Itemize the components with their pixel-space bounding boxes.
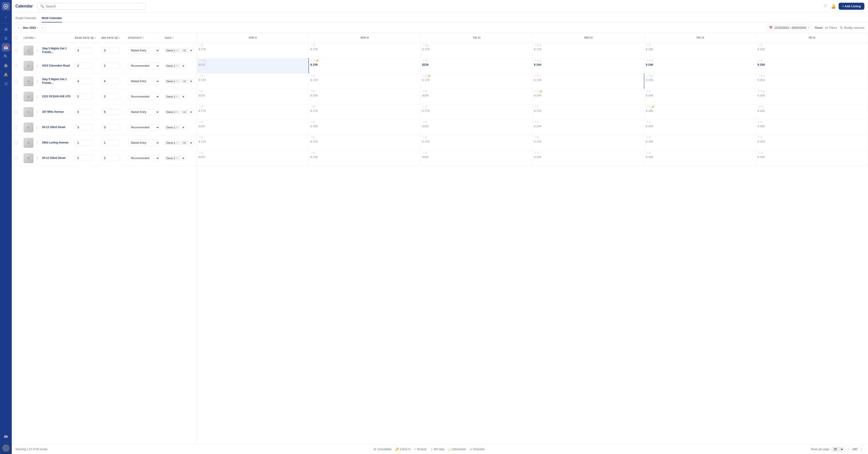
row-checkbox-8[interactable]	[14, 157, 18, 160]
cal-cell-row7-col5[interactable]: ☽ 7 $ 202	[756, 135, 868, 150]
cal-cell-row3-col2[interactable]: ☽ 7 🔑 $ 179	[421, 74, 532, 89]
filters-button[interactable]: ⊟ Filters	[825, 26, 837, 29]
min-rate-input-4[interactable]	[101, 93, 120, 100]
strategy-select-5[interactable]: Market EntryRecommended	[128, 109, 160, 115]
base-rate-input-6[interactable]	[75, 124, 93, 130]
date-range-picker[interactable]: 📅 12/22/2022 - 02/03/2023 ▾	[766, 25, 812, 31]
base-rate-input-2[interactable]	[75, 63, 93, 69]
strategy-select-7[interactable]: Market EntryRecommended	[128, 140, 160, 146]
cal-cell-row8-col4[interactable]: ☽ 7 $ 246	[645, 150, 756, 166]
search-bar[interactable]: 🔍	[37, 3, 146, 10]
base-rate-input-5[interactable]	[75, 109, 93, 115]
row-checkbox-1[interactable]	[14, 49, 18, 52]
cal-cell-row5-col1[interactable]: ☽ 7 $ 179	[309, 104, 421, 119]
tag-remove-6[interactable]: ✕	[176, 126, 178, 129]
row-checkbox-3[interactable]	[14, 80, 18, 83]
min-rate-input-2[interactable]	[101, 63, 120, 69]
base-rate-input-3[interactable]	[75, 78, 93, 84]
cal-cell-row1-col0[interactable]: ☽ 7 $ 179	[197, 43, 309, 58]
sidebar-collapse-icon[interactable]: ›	[2, 13, 10, 21]
next-month-button[interactable]: ›	[39, 24, 46, 31]
add-tag-button-4[interactable]: +	[181, 94, 186, 99]
cal-cell-row7-col3[interactable]: ☽ 7 $ 178	[532, 135, 645, 150]
add-tag-button-3[interactable]: +	[189, 79, 194, 84]
cal-cell-row5-col0[interactable]: ☽ 7 $ 179	[197, 104, 309, 119]
listing-name-7[interactable]: 2943 Lurting Avenue	[42, 141, 68, 145]
listing-name-5[interactable]: 167 Mills Avenue	[42, 110, 64, 114]
cal-cell-row4-col2[interactable]: ☽ 7 $226	[421, 89, 532, 104]
row-checkbox-7[interactable]	[14, 141, 18, 144]
cal-cell-row8-col2[interactable]: ☽ 7 $226	[421, 150, 532, 166]
col-header-tags[interactable]: TAGS ▾	[164, 36, 194, 39]
cal-cell-row6-col1[interactable]: ☽ 7 $ 236	[309, 120, 421, 135]
cal-cell-row7-col1[interactable]: ☽ 7 $ 179	[309, 135, 421, 150]
select-all-checkbox[interactable]	[14, 36, 18, 39]
nav-bell-icon[interactable]: 🔔	[2, 70, 10, 79]
notification-icon[interactable]: 🔔	[831, 4, 836, 9]
cal-cell-row7-col0[interactable]: ☽ 7 $ 179	[197, 135, 309, 150]
cal-cell-row7-col2[interactable]: ☽ 7 $ 179	[421, 135, 532, 150]
cal-cell-row1-col3[interactable]: ☽ 7 ◁ $ 178	[532, 43, 645, 58]
col-header-listing[interactable]: LISTING ▾	[24, 36, 73, 39]
dots-menu-1[interactable]: ⋮	[35, 48, 39, 53]
cal-cell-row7-col4[interactable]: ☽ 7 $ 195	[645, 135, 756, 150]
cal-cell-row2-col4[interactable]: ☽ 7 ◁ $ 246	[645, 58, 756, 73]
cal-cell-row6-col4[interactable]: ☽ 7 $ 246	[645, 120, 756, 135]
cal-cell-row4-col3[interactable]: ☽ 7 🔑 $ 244	[532, 89, 645, 104]
cal-cell-row3-col4[interactable]: ☽ 7 △ $ 195	[645, 74, 756, 89]
nav-dashboard-icon[interactable]: ⊞	[2, 25, 10, 33]
dots-menu-5[interactable]: ⋮	[35, 110, 39, 114]
tag-remove-3[interactable]: ✕	[176, 80, 178, 82]
row-checkbox-5[interactable]	[14, 110, 18, 114]
listing-name-8[interactable]: 35-13 103rd Street	[42, 157, 65, 160]
min-rate-input-7[interactable]	[101, 140, 120, 146]
listing-name-4[interactable]: 2131 OCEAN AVE #7D	[42, 95, 70, 98]
strategy-select-2[interactable]: RecommendedMarket Entry	[128, 63, 160, 69]
cal-cell-row1-col4[interactable]: ☽ 7 $ 195	[645, 43, 756, 58]
cal-cell-row5-col5[interactable]: ☽ 7 ○ $ 202	[756, 104, 868, 119]
dots-menu-7[interactable]: ⋮	[35, 141, 39, 145]
cal-cell-row4-col4[interactable]: ☽ 7 $ 246	[645, 89, 756, 104]
cal-cell-row4-col1[interactable]: ☽ 7 $ 236	[309, 89, 421, 104]
strategy-select-6[interactable]: RecommendedMarket Entry	[128, 124, 160, 131]
tab-single-calendar[interactable]: Single Calendar	[16, 15, 36, 22]
nav-calendar-icon[interactable]: 📅	[2, 43, 10, 51]
add-listing-button[interactable]: + Add Listing	[839, 3, 864, 10]
base-rate-input-7[interactable]	[75, 140, 93, 146]
tab-multi-calendar[interactable]: Multi Calendar	[42, 15, 62, 22]
next-page-button[interactable]: ›	[859, 446, 864, 452]
add-tag-button-2[interactable]: +	[181, 63, 186, 68]
min-rate-input-1[interactable]	[101, 47, 120, 53]
col-header-min-rate[interactable]: MIN RATE ($) ▾	[101, 36, 126, 39]
add-tag-button-6[interactable]: +	[181, 125, 186, 130]
cal-cell-row3-col5[interactable]: ☽ 7 ◁ $ 202	[756, 74, 868, 89]
modify-columns-button[interactable]: ☰ Modify columns	[840, 26, 864, 29]
add-tag-button-7[interactable]: +	[189, 140, 194, 145]
strategy-select-4[interactable]: RecommendedMarket Entry	[128, 93, 160, 100]
search-input[interactable]	[46, 4, 143, 8]
cal-cell-row1-col1[interactable]: ☽ 7 $ 179	[309, 43, 421, 58]
add-tag-button-8[interactable]: +	[181, 156, 186, 161]
tag-remove-7[interactable]: ✕	[176, 141, 178, 144]
cal-cell-row4-col5[interactable]: ☽ 7 △ $ 250	[756, 89, 868, 104]
dots-menu-3[interactable]: ⋮	[35, 79, 39, 84]
reset-button[interactable]: Reset	[815, 26, 823, 29]
strategy-select-8[interactable]: RecommendedMarket Entry	[128, 155, 160, 161]
tag-remove-5[interactable]: ✕	[176, 111, 178, 113]
user-avatar[interactable]: 👤	[2, 445, 9, 452]
listing-name-1[interactable]: Stay 5 Nights Get 1 Freeab...	[42, 47, 73, 54]
tag-remove-4[interactable]: ✕	[176, 95, 178, 98]
nav-list-icon[interactable]: ☰	[2, 34, 10, 42]
cal-cell-row4-col0[interactable]: ☽ 7 $210	[197, 89, 309, 104]
cal-cell-row6-col2[interactable]: ☽ 7 $226	[421, 120, 532, 135]
cal-cell-row8-col5[interactable]: ☽ 7 $ 250	[756, 150, 868, 166]
cal-cell-row2-col3[interactable]: ☽ 7 △ $ 244	[532, 58, 645, 73]
cal-cell-row3-col0[interactable]: ☽ 7 $ 179	[197, 74, 309, 89]
cal-cell-row2-col0[interactable]: ☽ 7 ⊘ $210	[197, 58, 309, 73]
min-rate-input-6[interactable]	[101, 124, 120, 130]
listing-name-2[interactable]: 4310 Clarendon Road	[42, 64, 70, 68]
base-rate-input-4[interactable]	[75, 93, 93, 100]
cal-cell-row8-col3[interactable]: ☽ 7 $ 244	[532, 150, 645, 166]
dots-menu-8[interactable]: ⋮	[35, 156, 39, 161]
cal-cell-row3-col1[interactable]: ☽ 7 $ 179	[309, 74, 421, 89]
